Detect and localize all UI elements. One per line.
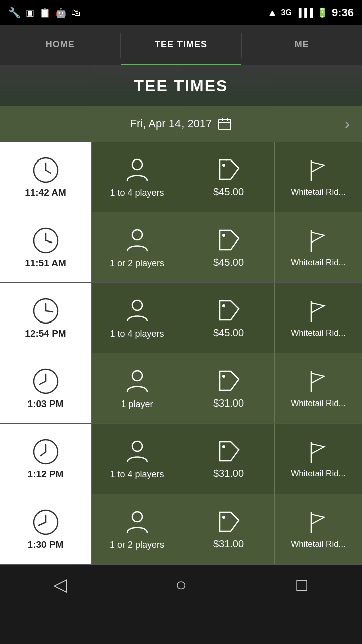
bottom-navigation: ◁ ○ □ — [0, 565, 362, 605]
time-label: 1:12 PM — [28, 469, 64, 480]
time-cell: 12:54 PM — [0, 283, 92, 353]
svg-point-31 — [132, 441, 142, 451]
status-bar-right: ▲ 3G ▐▐▐ 🔋 9:36 — [268, 6, 354, 19]
date-bar[interactable]: Fri, Apr 14, 2017 › — [0, 106, 362, 142]
players-label: 1 to 4 players — [108, 188, 166, 198]
svg-point-25 — [132, 371, 142, 381]
back-button[interactable]: ◁ — [45, 570, 75, 600]
svg-rect-0 — [219, 119, 231, 130]
wifi-icon: ▲ — [268, 8, 277, 18]
price-cell: $31.00 — [183, 424, 275, 494]
time-cell: 1:30 PM — [0, 494, 92, 564]
players-label: 1 or 2 players — [108, 540, 166, 550]
android-icon: 🤖 — [55, 7, 66, 18]
tab-me-label: ME — [295, 39, 309, 50]
svg-point-37 — [132, 512, 142, 522]
svg-line-30 — [41, 452, 46, 456]
course-label: Whitetail Rid... — [288, 539, 349, 549]
status-time: 9:36 — [332, 6, 354, 19]
course-label: Whitetail Rid... — [288, 398, 349, 409]
tee-row[interactable]: 11:51 AM 1 or 2 players $45.00 Whitetail… — [0, 212, 362, 283]
time-label: 12:54 PM — [25, 328, 66, 339]
tee-row[interactable]: 1:03 PM 1 player $31.00 Whitetail Rid... — [0, 353, 362, 424]
price-cell: $45.00 — [183, 283, 275, 353]
tee-times-list: 11:42 AM 1 to 4 players $45.00 Whitetail… — [0, 142, 362, 565]
tee-row[interactable]: 1:30 PM 1 or 2 players $31.00 Whitetail … — [0, 494, 362, 565]
tab-home-label: HOME — [46, 39, 75, 50]
course-label: Whitetail Rid... — [288, 187, 349, 197]
players-label: 1 to 4 players — [108, 469, 166, 480]
next-date-button[interactable]: › — [345, 115, 350, 132]
svg-point-7 — [132, 159, 142, 170]
recents-button[interactable]: □ — [287, 570, 317, 600]
price-cell: $45.00 — [183, 212, 275, 282]
time-label: 11:51 AM — [25, 258, 66, 269]
course-cell: Whitetail Rid... — [275, 353, 362, 423]
document-icon: 📋 — [39, 7, 50, 18]
course-label: Whitetail Rid... — [288, 258, 349, 268]
signal-bars-icon: ▐▐▐ — [296, 8, 313, 17]
svg-line-18 — [46, 311, 53, 312]
page-title-bar: TEE TIMES — [0, 65, 362, 106]
price-cell: $31.00 — [183, 494, 275, 564]
players-cell: 1 or 2 players — [92, 494, 183, 564]
course-cell: Whitetail Rid... — [275, 424, 362, 494]
svg-line-36 — [39, 522, 46, 525]
shopping-icon: 🛍 — [71, 8, 80, 18]
tab-home[interactable]: HOME — [0, 25, 120, 65]
calendar-icon[interactable] — [218, 117, 232, 131]
course-cell: Whitetail Rid... — [275, 212, 362, 282]
tee-row[interactable]: 12:54 PM 1 to 4 players $45.00 Whitetail… — [0, 283, 362, 353]
price-label: $45.00 — [213, 257, 244, 268]
players-cell: 1 or 2 players — [92, 212, 183, 282]
svg-point-13 — [132, 230, 142, 240]
players-label: 1 to 4 players — [108, 329, 166, 339]
svg-line-12 — [46, 240, 52, 243]
price-cell: $31.00 — [183, 353, 275, 423]
date-text: Fri, Apr 14, 2017 — [130, 117, 212, 130]
page-title: TEE TIMES — [134, 76, 228, 95]
tee-row[interactable]: 11:42 AM 1 to 4 players $45.00 Whitetail… — [0, 142, 362, 212]
svg-line-6 — [46, 170, 51, 173]
players-cell: 1 to 4 players — [92, 283, 183, 353]
svg-point-32 — [222, 445, 225, 448]
price-label: $31.00 — [213, 397, 244, 409]
players-label: 1 player — [119, 399, 155, 410]
price-label: $45.00 — [213, 186, 244, 198]
time-cell: 11:42 AM — [0, 142, 92, 212]
time-cell: 11:51 AM — [0, 212, 92, 282]
svg-point-26 — [222, 375, 225, 378]
price-label: $31.00 — [213, 468, 244, 479]
players-cell: 1 player — [92, 353, 183, 423]
course-cell: Whitetail Rid... — [275, 494, 362, 564]
time-cell: 1:12 PM — [0, 424, 92, 494]
svg-point-19 — [132, 300, 142, 310]
top-navigation: HOME TEE TIMES ME — [0, 25, 362, 65]
home-button[interactable]: ○ — [166, 570, 196, 600]
recents-icon: □ — [296, 574, 307, 595]
battery-icon: 🔋 — [317, 7, 328, 18]
svg-point-38 — [222, 516, 225, 519]
tab-tee-times[interactable]: TEE TIMES — [121, 25, 241, 65]
players-cell: 1 to 4 players — [92, 142, 183, 212]
tee-row[interactable]: 1:12 PM 1 to 4 players $31.00 Whitetail … — [0, 424, 362, 494]
course-label: Whitetail Rid... — [288, 328, 349, 338]
price-label: $31.00 — [213, 538, 244, 550]
time-cell: 1:03 PM — [0, 353, 92, 423]
svg-line-24 — [40, 381, 46, 384]
time-label: 1:03 PM — [28, 398, 64, 410]
price-label: $45.00 — [213, 327, 244, 339]
square-icon: ▣ — [26, 7, 34, 18]
time-label: 1:30 PM — [28, 539, 64, 550]
course-cell: Whitetail Rid... — [275, 283, 362, 353]
time-label: 11:42 AM — [25, 187, 66, 198]
players-label: 1 or 2 players — [108, 258, 166, 269]
status-bar: 🔧 ▣ 📋 🤖 🛍 ▲ 3G ▐▐▐ 🔋 9:36 — [0, 0, 362, 25]
wrench-icon: 🔧 — [8, 7, 21, 19]
tab-me[interactable]: ME — [242, 25, 362, 65]
signal-label: 3G — [281, 8, 292, 17]
tab-tee-times-label: TEE TIMES — [155, 39, 207, 50]
players-cell: 1 to 4 players — [92, 424, 183, 494]
course-cell: Whitetail Rid... — [275, 142, 362, 212]
svg-point-14 — [222, 234, 225, 237]
